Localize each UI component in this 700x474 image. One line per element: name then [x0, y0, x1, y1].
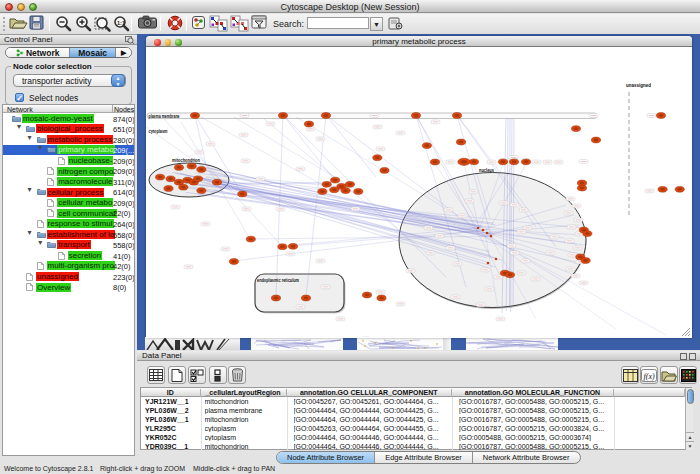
svg-text:plasma membrane: plasma membrane: [149, 114, 180, 119]
svg-text:cytoplasm: cytoplasm: [149, 129, 168, 134]
svg-text:unassigned: unassigned: [626, 83, 651, 88]
svg-text:mitochondrion: mitochondrion: [172, 158, 200, 163]
svg-text:endoplasmic reticulum: endoplasmic reticulum: [257, 278, 299, 283]
svg-text:nucleus: nucleus: [479, 168, 494, 173]
svg-text:1:1: 1:1: [117, 20, 125, 26]
svg-text:f(x): f(x): [644, 371, 655, 380]
